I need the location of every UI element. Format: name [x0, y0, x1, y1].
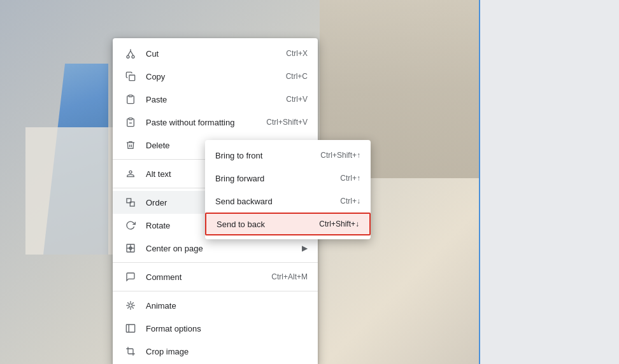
svg-line-3: [131, 51, 133, 55]
comment-label: Comment: [146, 272, 261, 282]
menu-item-format-options[interactable]: Format options: [113, 317, 318, 340]
crop-icon: [123, 344, 138, 359]
cut-shortcut: Ctrl+X: [286, 49, 308, 58]
alttext-icon: [123, 166, 138, 181]
bring-to-front-label: Bring to front: [215, 151, 320, 160]
chart-area: [25, 127, 121, 255]
rotate-icon: [123, 218, 138, 233]
menu-item-comment[interactable]: Comment Ctrl+Alt+M: [113, 265, 318, 288]
copy-icon: [123, 69, 138, 84]
comment-shortcut: Ctrl+Alt+M: [271, 272, 308, 281]
delete-icon: [123, 137, 138, 153]
svg-point-16: [129, 304, 132, 307]
bring-forward-shortcut: Ctrl+↑: [340, 174, 360, 183]
copy-shortcut: Ctrl+C: [286, 72, 308, 81]
bring-to-front-shortcut: Ctrl+Shift+↑: [320, 151, 360, 160]
animate-icon: [123, 298, 138, 313]
send-to-back-label: Send to back: [217, 220, 319, 229]
paste-icon: [123, 92, 138, 107]
center-arrow: ▶: [302, 244, 308, 253]
cut-icon: [123, 46, 138, 61]
menu-item-cut[interactable]: Cut Ctrl+X: [113, 42, 318, 65]
divider-4: [113, 291, 318, 291]
svg-point-9: [129, 171, 132, 173]
send-backward-label: Send backward: [215, 197, 340, 206]
svg-point-0: [127, 55, 129, 58]
svg-rect-17: [126, 325, 134, 332]
right-panel: [479, 0, 619, 364]
center-on-page-label: Center on page: [146, 244, 297, 253]
copy-label: Copy: [146, 72, 276, 81]
menu-item-paste-noformat[interactable]: Paste without formatting Ctrl+Shift+V: [113, 111, 318, 134]
send-backward-shortcut: Ctrl+↓: [340, 197, 360, 206]
svg-line-2: [128, 51, 131, 55]
paste-noformat-shortcut: Ctrl+Shift+V: [266, 118, 308, 127]
menu-item-animate[interactable]: Animate: [113, 294, 318, 317]
divider-3: [113, 262, 318, 263]
paste-noformat-label: Paste without formatting: [146, 118, 256, 127]
submenu-item-send-backward[interactable]: Send backward Ctrl+↓: [205, 190, 371, 213]
animate-label: Animate: [146, 301, 308, 311]
format-options-label: Format options: [146, 324, 308, 333]
paste-label: Paste: [146, 95, 276, 104]
menu-item-center-on-page[interactable]: Center on page ▶: [113, 237, 318, 260]
submenu-item-send-to-back[interactable]: Send to back Ctrl+Shift+↓: [205, 213, 371, 235]
order-submenu: Bring to front Ctrl+Shift+↑ Bring forwar…: [205, 140, 371, 239]
svg-rect-5: [129, 75, 135, 81]
submenu-item-bring-forward[interactable]: Bring forward Ctrl+↑: [205, 167, 371, 190]
svg-point-1: [132, 55, 134, 58]
paste-shortcut: Ctrl+V: [286, 95, 308, 104]
bring-forward-label: Bring forward: [215, 174, 340, 183]
cut-label: Cut: [146, 49, 276, 59]
center-icon: [123, 241, 138, 256]
menu-item-paste[interactable]: Paste Ctrl+V: [113, 88, 318, 111]
svg-rect-7: [129, 118, 132, 120]
menu-item-crop-image[interactable]: Crop image: [113, 340, 318, 363]
paste-noformat-icon: [123, 115, 138, 130]
order-icon: [123, 195, 138, 210]
crop-image-label: Crop image: [146, 347, 308, 356]
menu-item-copy[interactable]: Copy Ctrl+C: [113, 65, 318, 88]
submenu-item-bring-to-front[interactable]: Bring to front Ctrl+Shift+↑: [205, 144, 371, 167]
svg-rect-6: [129, 95, 132, 97]
format-icon: [123, 321, 138, 336]
comment-icon: [123, 269, 138, 284]
send-to-back-shortcut: Ctrl+Shift+↓: [319, 220, 359, 228]
